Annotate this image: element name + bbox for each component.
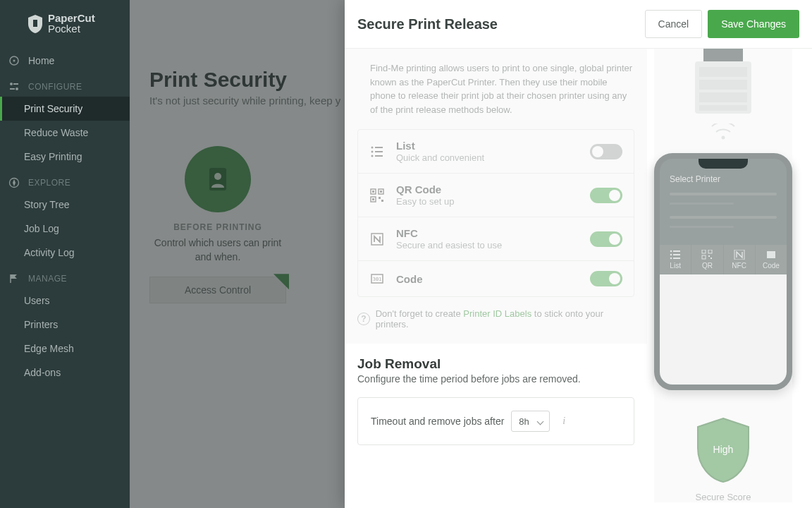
svg-point-2 xyxy=(13,60,16,62)
sidebar-item-edge-mesh[interactable]: Edge Mesh xyxy=(0,337,130,361)
svg-rect-13 xyxy=(375,151,383,152)
phone-tab-qr: QR xyxy=(691,245,723,274)
secure-score-level: High xyxy=(713,444,734,455)
svg-point-33 xyxy=(722,136,725,140)
svg-point-14 xyxy=(371,155,374,157)
phone-tab-nfc: NFC xyxy=(724,245,756,274)
sidebar-item-reduce-waste[interactable]: Reduce Waste xyxy=(0,121,130,145)
svg-rect-39 xyxy=(673,258,680,259)
svg-rect-27 xyxy=(703,49,743,61)
svg-rect-37 xyxy=(673,254,680,255)
secure-score-label: Secure Score xyxy=(696,492,751,502)
help-icon: ? xyxy=(357,313,370,325)
job-removal-title: Job Removal xyxy=(345,344,647,373)
brand-logo: PaperCut Pocket xyxy=(0,7,130,49)
nav-section-explore: EXPLORE xyxy=(0,169,130,193)
method-row-list: List Quick and convenient xyxy=(358,130,634,173)
phone-title: Select Printer xyxy=(670,174,777,184)
svg-point-12 xyxy=(371,150,374,152)
release-methods-section: Find-Me printing allows users to print t… xyxy=(345,49,647,344)
svg-point-10 xyxy=(371,146,374,148)
nav-home-label: Home xyxy=(28,55,54,66)
sliders-icon xyxy=(8,81,20,92)
printer-illustration-icon xyxy=(684,49,763,119)
method-title: Code xyxy=(396,273,579,285)
svg-rect-22 xyxy=(379,197,381,199)
printer-labels-tip: ? Don't forget to create Printer ID Labe… xyxy=(345,297,647,344)
cancel-button[interactable]: Cancel xyxy=(645,10,703,38)
qr-icon xyxy=(701,250,713,260)
sidebar-item-users[interactable]: Users xyxy=(0,289,130,313)
method-toggle-code[interactable] xyxy=(590,271,622,286)
phone-tab-list: List xyxy=(660,245,691,274)
sidebar-item-printers[interactable]: Printers xyxy=(0,313,130,337)
sidebar: PaperCut Pocket Home CONFIGURE Print Sec… xyxy=(0,0,130,508)
modal-header: Secure Print Release Cancel Save Changes xyxy=(345,0,812,49)
nav-section-manage: MANAGE xyxy=(0,265,130,289)
method-title: NFC xyxy=(396,227,579,239)
method-toggle-list[interactable] xyxy=(590,144,622,159)
nav-home[interactable]: Home xyxy=(0,49,130,73)
svg-rect-0 xyxy=(33,20,37,27)
svg-rect-23 xyxy=(381,200,383,202)
method-title: QR Code xyxy=(396,183,579,195)
svg-point-38 xyxy=(670,258,672,260)
nfc-icon xyxy=(734,250,745,260)
method-sub: Easy to set up xyxy=(396,196,579,207)
job-removal-subtitle: Configure the time period before jobs ar… xyxy=(345,373,647,397)
sidebar-item-add-ons[interactable]: Add-ons xyxy=(0,361,130,385)
svg-text:301: 301 xyxy=(373,277,382,282)
save-changes-button[interactable]: Save Changes xyxy=(708,10,799,38)
phone-notch-icon xyxy=(699,159,748,169)
method-sub: Quick and convenient xyxy=(396,152,579,163)
svg-rect-4 xyxy=(13,83,18,85)
modal-title: Secure Print Release xyxy=(357,16,498,32)
svg-rect-44 xyxy=(710,258,712,259)
phone-mockup: Select Printer List xyxy=(654,153,792,390)
phone-body-blank xyxy=(660,274,787,385)
method-toggle-qr[interactable] xyxy=(590,188,622,203)
svg-rect-17 xyxy=(372,190,374,193)
sidebar-item-easy-printing[interactable]: Easy Printing xyxy=(0,145,130,169)
placeholder-line xyxy=(670,193,777,195)
secure-print-release-modal: Secure Print Release Cancel Save Changes… xyxy=(345,0,812,508)
compass-icon xyxy=(8,177,20,188)
svg-rect-46 xyxy=(767,251,775,258)
flag-icon xyxy=(8,273,20,284)
phone-tab-code: Code xyxy=(756,245,787,274)
method-row-qr: QR Code Easy to set up xyxy=(358,173,634,217)
sidebar-item-print-security[interactable]: Print Security xyxy=(0,97,130,121)
svg-rect-42 xyxy=(702,255,706,259)
code-icon: 301 xyxy=(369,271,385,286)
brand-name-bottom: Pocket xyxy=(48,23,95,35)
svg-rect-6 xyxy=(10,88,15,90)
svg-point-34 xyxy=(670,250,672,253)
svg-rect-43 xyxy=(708,255,710,257)
svg-point-36 xyxy=(670,254,672,256)
svg-rect-30 xyxy=(699,80,747,90)
job-removal-section: Job Removal Configure the time period be… xyxy=(345,344,647,445)
list-icon xyxy=(670,250,681,260)
intro-text: Find-Me printing allows users to print t… xyxy=(345,49,647,129)
job-removal-box: Timeout and remove jobs after 8h i xyxy=(357,397,634,445)
method-toggle-nfc[interactable] xyxy=(590,231,622,247)
sidebar-item-job-log[interactable]: Job Log xyxy=(0,217,130,241)
svg-rect-35 xyxy=(673,250,680,252)
timeout-select[interactable]: 8h xyxy=(511,411,550,432)
secure-score-shield-icon: High xyxy=(692,416,754,485)
method-row-nfc: NFC Secure and easiest to use xyxy=(358,217,634,260)
illustration-panel: Select Printer List xyxy=(654,49,792,502)
home-icon xyxy=(8,55,20,66)
list-icon xyxy=(369,144,385,159)
sidebar-item-story-tree[interactable]: Story Tree xyxy=(0,193,130,217)
qr-icon xyxy=(369,188,385,203)
printer-id-labels-link[interactable]: Printer ID Labels xyxy=(463,308,531,319)
info-icon[interactable]: i xyxy=(562,416,572,427)
placeholder-line xyxy=(670,202,734,205)
svg-rect-19 xyxy=(380,190,382,193)
placeholder-line xyxy=(670,216,777,219)
brand-mark-icon xyxy=(27,14,44,34)
sidebar-item-activity-log[interactable]: Activity Log xyxy=(0,241,130,265)
timeout-label: Timeout and remove jobs after xyxy=(371,416,504,427)
method-title: List xyxy=(396,140,579,152)
